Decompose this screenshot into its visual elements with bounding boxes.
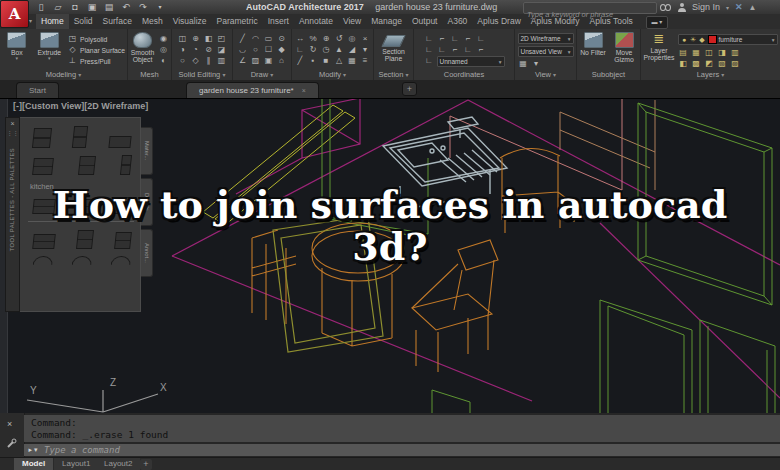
layout2-tab[interactable]: Layout2	[96, 458, 140, 470]
layer-properties-button[interactable]: ≣Layer Properties	[644, 32, 675, 62]
layout1-tab[interactable]: Layout1	[54, 458, 98, 470]
save-all-icon[interactable]: ▣	[87, 1, 97, 13]
layer-tool-icon[interactable]: ◩	[704, 59, 715, 69]
draw-tool-icon[interactable]: ∠	[237, 56, 248, 66]
saved-view-dropdown[interactable]: Unsaved View▾	[518, 46, 574, 57]
chevron-down-icon[interactable]: ▾	[726, 4, 729, 11]
modify-panel-label[interactable]: Modify ▾	[292, 70, 373, 79]
solid-tool-icon[interactable]: ○	[177, 56, 188, 66]
palette-tool-base-cabinet[interactable]	[32, 158, 54, 175]
palette-close-icon[interactable]: ×	[6, 120, 19, 128]
rectangle-icon[interactable]: ▭	[263, 34, 274, 44]
mesh-tool-icon[interactable]: ◉	[158, 34, 169, 44]
ucs-tool-icon[interactable]: ∟	[437, 45, 448, 55]
tab-solid[interactable]: Solid	[69, 14, 98, 29]
named-ucs-dropdown[interactable]: Unnamed▾	[437, 56, 505, 67]
array-icon[interactable]: ▦	[347, 56, 358, 66]
mesh-tool-icon[interactable]: ◎	[158, 45, 169, 55]
palette-tool-counter[interactable]	[108, 136, 131, 148]
tab-a360[interactable]: A360	[442, 14, 472, 29]
exchange-apps-icon[interactable]: ✕	[735, 2, 743, 12]
mirror-icon[interactable]: ↻	[308, 45, 319, 55]
solid-tool-icon[interactable]: ◇	[190, 56, 201, 66]
new-icon[interactable]: ▯	[36, 1, 46, 13]
sign-in-button[interactable]: Sign In	[692, 2, 720, 12]
layer-tool-icon[interactable]: ▩	[691, 59, 702, 69]
tab-annotate[interactable]: Annotate	[294, 14, 338, 29]
layer-tool-icon[interactable]: ▥	[730, 48, 741, 58]
new-layout-button[interactable]: +	[140, 459, 152, 470]
command-options-icon[interactable]: ▸ ▾	[24, 446, 42, 454]
visual-style-control[interactable]: [2D Wireframe]	[84, 101, 148, 111]
ucs-tool-icon[interactable]: ∟	[450, 34, 461, 44]
ucs-tool-icon[interactable]: ∟	[424, 34, 435, 44]
model-tab[interactable]: Model	[14, 458, 53, 470]
palette-tool-panel[interactable]	[120, 155, 132, 175]
solid-union-icon[interactable]: ◫	[177, 34, 188, 44]
new-drawing-tab-button[interactable]: +	[402, 82, 417, 96]
ucs-tool-icon[interactable]: ∟	[463, 45, 474, 55]
subobject-panel-label[interactable]: Subobject	[577, 70, 640, 79]
viewport-menu-control[interactable]: [-]	[13, 101, 22, 111]
save-icon[interactable]: ◘	[70, 1, 80, 13]
command-close-icon[interactable]: ×	[7, 419, 12, 429]
palette-tool-arc2[interactable]	[72, 256, 93, 265]
tab-view[interactable]: View	[338, 14, 366, 29]
ucs-tool-icon[interactable]: ⌐	[463, 34, 474, 44]
modify-tool-icon[interactable]: ◎	[347, 34, 358, 44]
move-gizmo-button[interactable]: Move Gizmo	[610, 32, 638, 64]
palette-title-spine[interactable]: × ⋮⋮ TOOL PALETTES - ALL PALETTES	[5, 117, 20, 312]
circle-icon[interactable]: ⊙	[276, 34, 287, 44]
press-pull-button[interactable]: ⊥Press/Pull	[67, 56, 125, 66]
draw-tool-icon[interactable]: ◆	[276, 45, 287, 55]
search-input[interactable]	[524, 10, 656, 20]
fillet-icon[interactable]: ◢	[347, 45, 358, 55]
start-tab[interactable]: Start	[16, 82, 59, 98]
coordinates-panel-label[interactable]: Coordinates	[414, 70, 514, 79]
tab-aplus-draw[interactable]: Aplus Draw	[472, 14, 525, 29]
palette-tool-chair[interactable]	[114, 197, 132, 214]
search-binoculars-icon[interactable]	[660, 4, 671, 11]
box-button[interactable]: Box▾	[2, 32, 32, 62]
application-menu-button[interactable]: A	[0, 0, 29, 28]
palette-tool-tall-cabinet[interactable]	[72, 126, 88, 148]
planar-surface-button[interactable]: ◇Planar Surface	[67, 45, 125, 55]
undo-icon[interactable]: ↶	[121, 1, 131, 13]
solid-tool-icon[interactable]: ◔	[190, 45, 201, 55]
solid-tool-icon[interactable]: ▥	[216, 56, 227, 66]
draw-tool-icon[interactable]: ○	[250, 45, 261, 55]
modify-tool-icon[interactable]: ╱	[295, 56, 306, 66]
draw-tool-icon[interactable]: ▣	[263, 56, 274, 66]
layer-tool-icon[interactable]: ◫	[704, 48, 715, 58]
tab-manage[interactable]: Manage	[366, 14, 407, 29]
solid-subtract-icon[interactable]: ⊕	[190, 34, 201, 44]
move-icon[interactable]: ↔	[295, 34, 306, 44]
modify-tool-icon[interactable]: ∟	[295, 45, 306, 55]
modify-tool-icon[interactable]: ▲	[334, 45, 345, 55]
close-tab-icon[interactable]: ×	[302, 87, 306, 94]
help-search[interactable]	[523, 2, 657, 14]
no-filter-button[interactable]: No Filter	[579, 32, 607, 56]
line-icon[interactable]: ╱	[237, 34, 248, 44]
palette-tab-materials[interactable]: Mater...	[141, 127, 153, 175]
plot-icon[interactable]: ▤	[104, 1, 114, 13]
palette-tool-wardrobe[interactable]	[32, 199, 56, 214]
ucs-tool-icon[interactable]: ⌐	[437, 34, 448, 44]
command-input[interactable]	[42, 444, 780, 456]
modify-tool-icon[interactable]: ◷	[321, 45, 332, 55]
solid-tool-icon[interactable]: ◪	[216, 45, 227, 55]
viewport-config-icon[interactable]: ▦	[518, 59, 529, 69]
modify-tool-icon[interactable]: ≡	[360, 56, 371, 66]
solid-tool-icon[interactable]: ◰	[216, 34, 227, 44]
palette-tab-details[interactable]: Details	[141, 178, 153, 226]
ucs-tool-icon[interactable]: ∟	[476, 34, 487, 44]
rotate-icon[interactable]: ↺	[334, 34, 345, 44]
open-icon[interactable]: ▱	[53, 1, 63, 13]
solid-tool-icon[interactable]: ⊘	[203, 45, 214, 55]
view-panel-label[interactable]: View ▾	[515, 70, 576, 79]
polysolid-button[interactable]: ◳Polysolid	[67, 34, 125, 44]
app-menu-caret-icon[interactable]: ▾	[29, 17, 32, 24]
layer-tool-icon[interactable]: ▦	[691, 48, 702, 58]
extrude-button[interactable]: Extrude▾	[35, 32, 65, 62]
palette-tool-stool[interactable]	[77, 199, 93, 214]
